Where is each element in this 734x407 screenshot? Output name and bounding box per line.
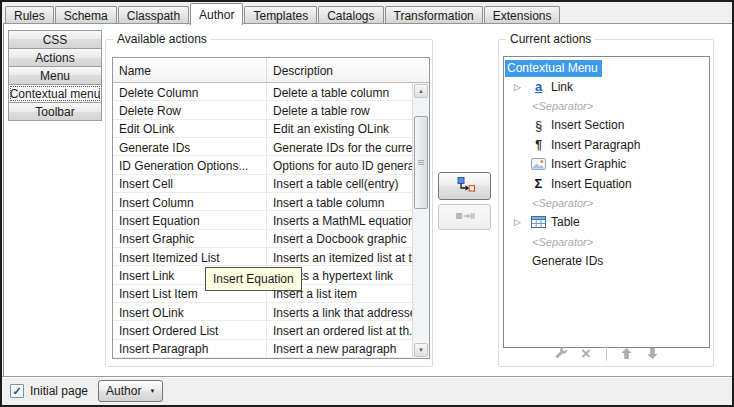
tree-item-table[interactable]: ▷Table <box>504 213 709 232</box>
tab-transformation[interactable]: Transformation <box>385 6 483 24</box>
tree-item-insert-graphic[interactable]: Insert Graphic <box>504 155 709 174</box>
table-row[interactable]: Edit OLinkEdit an existing OLink <box>113 120 413 138</box>
initial-page-checkbox[interactable]: ✓ <box>10 384 24 398</box>
current-actions-tree[interactable]: Contextual Menu ▷aLink<Separator>§Insert… <box>503 56 710 348</box>
toolbar-divider <box>606 346 607 361</box>
tree-item-label: Insert Graphic <box>551 157 626 171</box>
action-name: Delete Row <box>113 101 267 118</box>
tab-classpath[interactable]: Classpath <box>118 6 189 24</box>
image-icon <box>529 158 548 170</box>
available-actions-title: Available actions <box>113 32 211 46</box>
table-row[interactable]: Delete ColumnDelete a table column <box>113 83 413 101</box>
table-row[interactable]: Insert ColumnInsert a table column <box>113 193 413 211</box>
table-row[interactable]: Insert GraphicInsert a Docbook graphic <box>113 230 413 248</box>
available-actions-group: Available actions Name Description Delet… <box>105 39 433 367</box>
table-row[interactable]: Delete RowDelete a table row <box>113 101 413 119</box>
action-description: Delete a table column <box>267 83 413 100</box>
tab-author[interactable]: Author <box>190 3 243 25</box>
sigma-icon: Σ <box>529 176 548 191</box>
author-tab-panel: CSSActionsMenuContextual menuToolbar Ava… <box>3 23 733 377</box>
current-actions-title: Current actions <box>506 32 595 46</box>
sidebar-item-actions[interactable]: Actions <box>8 48 102 67</box>
action-name: Insert OLink <box>113 303 267 320</box>
table-row[interactable]: Insert Ordered ListInsert an ordered lis… <box>113 321 413 339</box>
action-name: Insert Itemized List <box>113 248 267 265</box>
available-actions-body: Delete ColumnDelete a table columnDelete… <box>113 83 413 358</box>
tree-item-link[interactable]: ▷aLink <box>504 77 709 96</box>
scroll-up-icon[interactable]: ▲ <box>414 84 428 98</box>
tree-item-label: Table <box>551 215 580 229</box>
table-icon <box>529 216 548 228</box>
table-row[interactable]: Insert CellInsert a table cell(entry) <box>113 175 413 193</box>
column-header-name[interactable]: Name <box>113 58 267 82</box>
scrollbar-thumb[interactable] <box>414 116 428 209</box>
action-name: Insert Column <box>113 193 267 210</box>
tree-toolbar: × <box>499 344 713 362</box>
tree-item-label: Insert Paragraph <box>551 138 640 152</box>
drag-tooltip: Insert Equation <box>205 267 302 291</box>
table-row[interactable]: Insert OLinkInserts a link that addresse… <box>113 303 413 321</box>
action-description: Edit an existing OLink <box>267 120 413 137</box>
tree-item-label: Insert Equation <box>551 177 632 191</box>
tab-rules[interactable]: Rules <box>5 6 54 24</box>
dropdown-arrow-icon: ▼ <box>149 388 155 394</box>
tree-item-label: Generate IDs <box>532 254 603 268</box>
action-name: Insert Cell <box>113 175 267 192</box>
table-scrollbar[interactable]: ▲ ▼ <box>412 83 429 358</box>
action-description: Insert an ordered list at th... <box>267 321 413 338</box>
action-description: Insert a new paragraph <box>267 340 413 357</box>
tab-templates[interactable]: Templates <box>244 6 317 24</box>
initial-page-dropdown[interactable]: Author ▼ <box>98 380 163 402</box>
available-actions-table[interactable]: Name Description Delete ColumnDelete a t… <box>112 57 430 359</box>
edit-action-button[interactable] <box>552 345 569 362</box>
action-description: Insert a table cell(entry) <box>267 175 413 192</box>
tree-item-label: Insert Section <box>551 118 624 132</box>
tree-separator: <Separator> <box>504 96 709 115</box>
tab-catalogs[interactable]: Catalogs <box>318 6 383 24</box>
action-name: Insert Graphic <box>113 230 267 247</box>
map-action-button[interactable] <box>438 204 491 230</box>
expander-icon[interactable]: ▷ <box>514 217 529 227</box>
tree-item-insert-section[interactable]: §Insert Section <box>504 116 709 135</box>
tab-extensions[interactable]: Extensions <box>484 6 561 24</box>
sidebar-item-css[interactable]: CSS <box>8 30 102 49</box>
section-icon: § <box>529 118 548 133</box>
tree-item-insert-equation[interactable]: ΣInsert Equation <box>504 174 709 193</box>
top-tabs: RulesSchemaClasspathAuthorTemplatesCatal… <box>2 2 732 24</box>
move-up-button[interactable] <box>618 345 635 362</box>
action-name: Insert Paragraph <box>113 340 267 357</box>
table-header: Name Description <box>113 58 429 83</box>
scroll-down-icon[interactable]: ▼ <box>414 343 428 357</box>
pilcrow-icon: ¶ <box>529 138 548 152</box>
tree-item-insert-paragraph[interactable]: ¶Insert Paragraph <box>504 135 709 154</box>
author-sidebar: CSSActionsMenuContextual menuToolbar <box>8 30 102 121</box>
sidebar-item-menu[interactable]: Menu <box>8 66 102 85</box>
tree-item-generate-ids[interactable]: Generate IDs <box>504 252 709 271</box>
remove-action-button[interactable]: × <box>578 345 595 362</box>
link-icon: a <box>529 80 548 93</box>
add-action-button[interactable] <box>438 172 491 200</box>
action-description: Inserts a link that addresse... <box>267 303 413 320</box>
action-description: Insert a Docbook graphic <box>267 230 413 247</box>
action-name: Edit OLink <box>113 120 267 137</box>
move-down-button[interactable] <box>644 345 661 362</box>
expander-icon[interactable]: ▷ <box>514 82 529 92</box>
column-header-description[interactable]: Description <box>267 58 429 82</box>
dropdown-value: Author <box>106 384 141 398</box>
sidebar-item-contextual-menu[interactable]: Contextual menu <box>8 84 102 103</box>
table-row[interactable]: Insert ParagraphInsert a new paragraph <box>113 340 413 358</box>
action-description: Inserts a MathML equation <box>267 211 413 228</box>
tree-separator: <Separator> <box>504 193 709 212</box>
table-row[interactable]: ID Generation Options...Options for auto… <box>113 156 413 174</box>
table-row[interactable]: Insert Itemized ListInserts an itemized … <box>113 248 413 266</box>
map-action-icon <box>455 210 475 224</box>
tab-schema[interactable]: Schema <box>55 6 117 24</box>
action-description: Inserts an itemized list at th... <box>267 248 413 265</box>
tree-root-contextual-menu[interactable]: Contextual Menu <box>505 60 602 77</box>
table-row[interactable]: Insert EquationInserts a MathML equation <box>113 211 413 229</box>
current-actions-group: Current actions Contextual Menu ▷aLink<S… <box>498 39 714 367</box>
table-row[interactable]: Generate IDsGenerate IDs for the curre..… <box>113 138 413 156</box>
sidebar-item-toolbar[interactable]: Toolbar <box>8 102 102 121</box>
transfer-buttons <box>438 172 491 234</box>
footer-bar: ✓ Initial page Author ▼ <box>2 376 732 405</box>
